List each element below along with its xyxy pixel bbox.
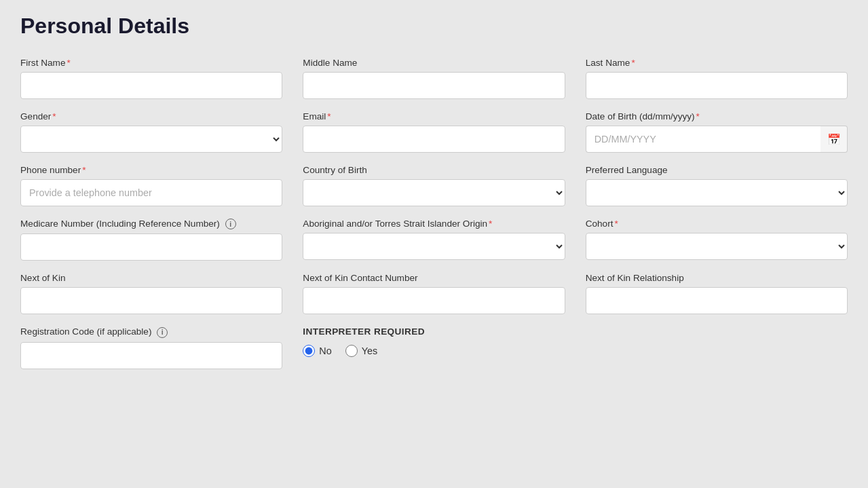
cohort-required: * xyxy=(614,219,618,229)
aboriginal-origin-group: Aboriginal and/or Torres Strait Islander… xyxy=(303,219,565,261)
registration-code-label: Registration Code (if applicable) i xyxy=(20,326,282,337)
interpreter-no-option[interactable]: No xyxy=(303,345,331,357)
registration-code-group: Registration Code (if applicable) i xyxy=(20,326,282,369)
interpreter-no-radio[interactable] xyxy=(303,345,315,357)
preferred-language-label: Preferred Language xyxy=(586,165,848,175)
page-title: Personal Details xyxy=(20,14,848,39)
phone-label: Phone number* xyxy=(20,165,282,175)
phone-input[interactable] xyxy=(20,179,282,206)
email-input[interactable] xyxy=(303,126,565,153)
medicare-input[interactable] xyxy=(20,233,282,261)
interpreter-yes-option[interactable]: Yes xyxy=(345,345,377,357)
aboriginal-origin-select[interactable]: Yes No Prefer not to say xyxy=(303,233,565,260)
next-of-kin-relationship-label: Next of Kin Relationship xyxy=(586,273,848,283)
country-of-birth-group: Country of Birth Australia New Zealand U… xyxy=(303,165,565,206)
dob-input[interactable] xyxy=(586,126,820,153)
first-name-input[interactable] xyxy=(20,72,282,99)
next-of-kin-group: Next of Kin xyxy=(20,273,282,314)
medicare-label: Medicare Number (Including Reference Num… xyxy=(20,219,282,229)
next-of-kin-relationship-input[interactable] xyxy=(586,287,848,314)
dob-label: Date of Birth (dd/mm/yyyy)* xyxy=(586,111,848,121)
calendar-icon: 📅 xyxy=(827,133,841,146)
cohort-group: Cohort* Cohort A Cohort B Cohort C xyxy=(586,219,848,261)
interpreter-radio-group: No Yes xyxy=(303,345,565,358)
country-of-birth-select[interactable]: Australia New Zealand United Kingdom Oth… xyxy=(303,179,565,206)
middle-name-group: Middle Name xyxy=(303,58,565,99)
gender-group: Gender* Male Female Other Prefer not to … xyxy=(20,111,282,153)
country-of-birth-label: Country of Birth xyxy=(303,165,565,175)
personal-details-form: First Name* Middle Name Last Name* Gende… xyxy=(20,58,848,369)
phone-required: * xyxy=(82,165,86,175)
interpreter-yes-radio[interactable] xyxy=(345,345,358,357)
registration-code-input[interactable] xyxy=(20,342,282,369)
cohort-label: Cohort* xyxy=(586,219,848,229)
aboriginal-origin-label: Aboriginal and/or Torres Strait Islander… xyxy=(303,219,565,229)
first-name-group: First Name* xyxy=(20,58,282,99)
first-name-required: * xyxy=(67,58,70,68)
gender-label: Gender* xyxy=(20,111,282,121)
last-name-input[interactable] xyxy=(586,72,848,99)
medicare-info-icon[interactable]: i xyxy=(225,219,236,229)
aboriginal-origin-required: * xyxy=(489,219,492,229)
last-name-group: Last Name* xyxy=(586,58,848,99)
gender-required: * xyxy=(52,111,56,121)
interpreter-yes-label: Yes xyxy=(362,345,377,356)
next-of-kin-label: Next of Kin xyxy=(20,273,282,283)
registration-code-info-icon[interactable]: i xyxy=(157,327,168,338)
last-name-label: Last Name* xyxy=(586,58,848,68)
next-of-kin-contact-label: Next of Kin Contact Number xyxy=(303,273,565,283)
email-group: Email* xyxy=(303,111,565,153)
first-name-label: First Name* xyxy=(20,58,282,68)
email-label: Email* xyxy=(303,111,565,121)
dob-group: Date of Birth (dd/mm/yyyy)* 📅 xyxy=(586,111,848,153)
next-of-kin-input[interactable] xyxy=(20,287,282,314)
interpreter-group: INTERPRETER REQUIRED No Yes xyxy=(303,326,565,369)
interpreter-no-label: No xyxy=(319,345,331,356)
email-required: * xyxy=(327,111,331,121)
middle-name-label: Middle Name xyxy=(303,58,565,68)
medicare-group: Medicare Number (Including Reference Num… xyxy=(20,219,282,261)
cohort-select[interactable]: Cohort A Cohort B Cohort C xyxy=(586,233,848,260)
dob-wrapper: 📅 xyxy=(586,126,848,153)
calendar-button[interactable]: 📅 xyxy=(820,126,848,153)
middle-name-input[interactable] xyxy=(303,72,565,99)
dob-required: * xyxy=(696,111,700,121)
interpreter-label: INTERPRETER REQUIRED xyxy=(303,326,565,337)
preferred-language-group: Preferred Language English Mandarin Arab… xyxy=(586,165,848,206)
next-of-kin-contact-input[interactable] xyxy=(303,287,565,314)
next-of-kin-relationship-group: Next of Kin Relationship xyxy=(586,273,848,314)
last-name-required: * xyxy=(631,58,635,68)
next-of-kin-contact-group: Next of Kin Contact Number xyxy=(303,273,565,314)
preferred-language-select[interactable]: English Mandarin Arabic Vietnamese Other xyxy=(586,179,848,206)
phone-group: Phone number* xyxy=(20,165,282,206)
gender-select[interactable]: Male Female Other Prefer not to say xyxy=(20,126,282,153)
